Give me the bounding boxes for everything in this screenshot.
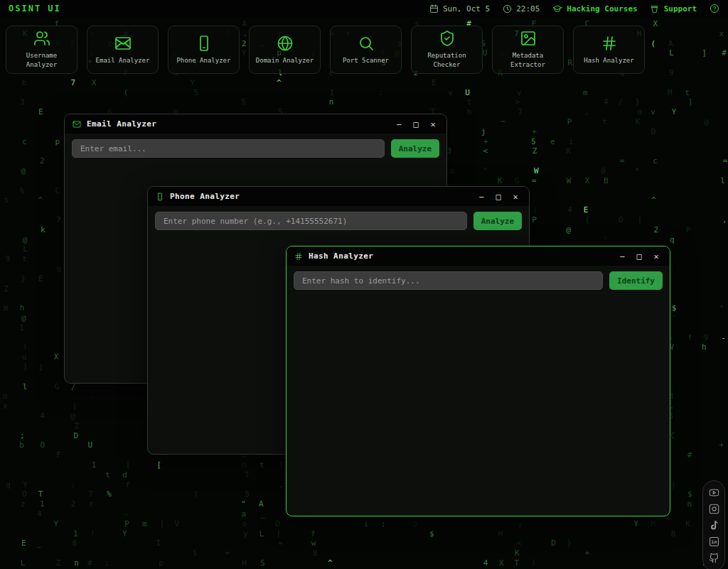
clock-icon xyxy=(503,4,512,13)
tiktok-icon[interactable] xyxy=(709,520,719,531)
email-input[interactable] xyxy=(72,139,385,158)
hash-window-titlebar[interactable]: Hash Analyzer − □ ✕ xyxy=(287,246,670,266)
close-button[interactable]: ✕ xyxy=(510,191,521,202)
date-display: Sun, Oct 5 xyxy=(429,4,490,13)
linkedin-icon[interactable]: in xyxy=(709,536,719,547)
phone-input[interactable] xyxy=(155,212,467,230)
launcher-item-label: Username Analyzer xyxy=(6,51,77,69)
youtube-icon[interactable] xyxy=(709,487,719,498)
launcher-item-label: Metadata Extractor xyxy=(493,51,563,69)
launcher-item-domain-analyzer[interactable]: Domain Analyzer xyxy=(249,26,321,74)
maximize-button[interactable]: □ xyxy=(410,119,422,130)
launcher-item-label: Port Scanner xyxy=(338,56,394,65)
analyze-email-button[interactable]: Analyze xyxy=(391,139,439,158)
coffee-cup-icon xyxy=(651,4,660,13)
launcher-item-label: Hash Analyzer xyxy=(579,56,638,65)
calendar-icon xyxy=(429,4,439,13)
top-bar: OSINT UI Sun, Oct 5 22:05 Hacking Course… xyxy=(0,0,728,17)
users-icon xyxy=(33,30,50,47)
launcher-item-email-analyzer[interactable]: Email Analyzer xyxy=(87,26,159,74)
search-icon xyxy=(358,35,375,52)
smartphone-icon xyxy=(156,193,164,201)
instagram-icon[interactable] xyxy=(709,504,719,514)
close-button[interactable]: ✕ xyxy=(651,251,662,262)
help-circle-icon xyxy=(710,4,719,13)
github-icon[interactable] xyxy=(709,553,719,563)
hash-icon xyxy=(294,252,303,261)
app-launcher: Username Analyzer Email Analyzer Phone A… xyxy=(6,26,645,74)
launcher-item-phone-analyzer[interactable]: Phone Analyzer xyxy=(168,26,240,74)
launcher-item-reputation-checker[interactable]: Reputation Checker xyxy=(411,26,483,74)
identify-hash-button[interactable]: Identify xyxy=(609,271,663,290)
launcher-item-hash-analyzer[interactable]: Hash Analyzer xyxy=(573,26,645,74)
launcher-item-label: Reputation Checker xyxy=(412,51,482,69)
graduation-cap-icon xyxy=(552,4,562,13)
close-button[interactable]: ✕ xyxy=(427,119,439,130)
globe-icon xyxy=(277,35,294,52)
hash-analyzer-window: Hash Analyzer − □ ✕ Identify xyxy=(286,246,670,516)
window-title: Email Analyzer xyxy=(87,119,156,129)
mail-icon xyxy=(114,35,132,52)
mail-icon xyxy=(73,120,81,129)
launcher-item-port-scanner[interactable]: Port Scanner xyxy=(330,26,402,74)
phone-window-titlebar[interactable]: Phone Analyzer − □ ✕ xyxy=(148,187,529,206)
launcher-item-label: Email Analyzer xyxy=(91,56,155,65)
maximize-button[interactable]: □ xyxy=(633,251,645,262)
launcher-item-label: Domain Analyzer xyxy=(251,56,318,65)
shield-check-icon xyxy=(439,30,456,47)
minimize-button[interactable]: − xyxy=(476,191,487,202)
hacking-courses-link[interactable]: Hacking Courses xyxy=(552,4,637,13)
smartphone-icon xyxy=(196,35,213,52)
social-dock: in xyxy=(702,480,725,569)
window-title: Hash Analyzer xyxy=(309,251,373,261)
window-title: Phone Analyzer xyxy=(170,192,240,201)
launcher-item-label: Phone Analyzer xyxy=(172,56,236,65)
app-title: OSINT UI xyxy=(9,4,61,13)
launcher-item-username-analyzer[interactable]: Username Analyzer xyxy=(6,26,77,74)
svg-text:in: in xyxy=(711,539,717,545)
minimize-button[interactable]: − xyxy=(393,119,405,130)
hash-icon xyxy=(601,35,618,52)
time-display: 22:05 xyxy=(503,4,540,13)
support-link[interactable]: Support xyxy=(651,4,697,13)
help-button[interactable] xyxy=(710,4,719,13)
minimize-button[interactable]: − xyxy=(616,251,628,262)
analyze-phone-button[interactable]: Analyze xyxy=(473,212,522,230)
launcher-item-metadata-extractor[interactable]: Metadata Extractor xyxy=(492,26,564,74)
maximize-button[interactable]: □ xyxy=(493,191,504,202)
image-icon xyxy=(520,30,537,47)
email-window-titlebar[interactable]: Email Analyzer − □ ✕ xyxy=(65,114,446,134)
hash-input[interactable] xyxy=(294,271,603,290)
